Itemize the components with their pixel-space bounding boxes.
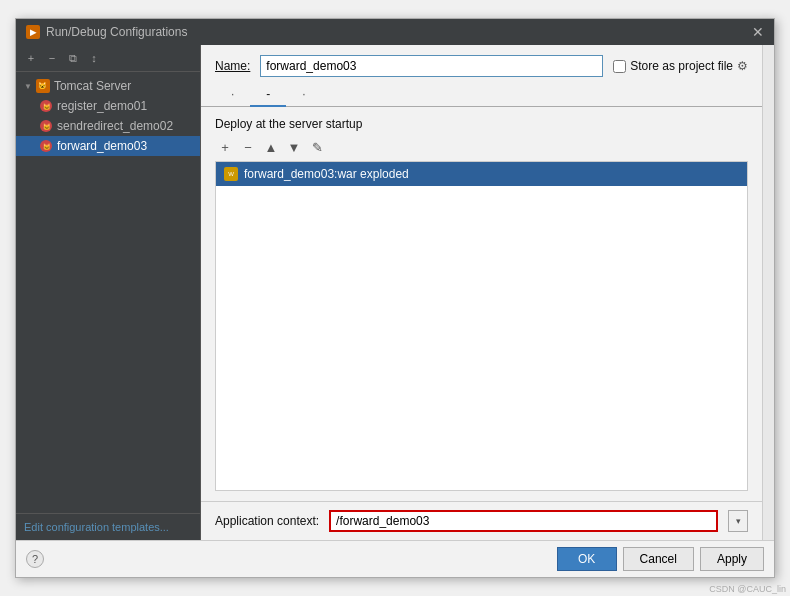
- sidebar-tree: ▼ 🐱 Tomcat Server 🐱 register_demo01 🐱 se…: [16, 72, 200, 513]
- tab-2[interactable]: ·: [286, 83, 321, 107]
- scrollbar[interactable]: [762, 45, 774, 540]
- sidebar: + − ⧉ ↕ ▼ 🐱 Tomcat Server 🐱 register_dem…: [16, 45, 201, 540]
- close-button[interactable]: ✕: [752, 25, 764, 39]
- tree-group-tomcat[interactable]: ▼ 🐱 Tomcat Server: [16, 76, 200, 96]
- tomcat-group-icon: 🐱: [36, 79, 50, 93]
- war-icon: W: [224, 167, 238, 181]
- cancel-button[interactable]: Cancel: [623, 547, 694, 571]
- sidebar-toolbar: + − ⧉ ↕: [16, 45, 200, 72]
- watermark: CSDN @CAUC_lin: [709, 584, 786, 594]
- deploy-add-button[interactable]: +: [215, 137, 235, 157]
- tab-0[interactable]: ·: [215, 83, 250, 107]
- deploy-edit-button[interactable]: ✎: [307, 137, 327, 157]
- add-config-button[interactable]: +: [22, 49, 40, 67]
- sidebar-item-label: forward_demo03: [57, 139, 147, 153]
- tabs-bar: · - ·: [201, 83, 762, 107]
- name-input[interactable]: [260, 55, 603, 77]
- app-context-input[interactable]: [329, 510, 718, 532]
- footer-right: OK Cancel Apply: [557, 547, 764, 571]
- deploy-up-button[interactable]: ▲: [261, 137, 281, 157]
- dialog-title: Run/Debug Configurations: [46, 25, 187, 39]
- sidebar-item-register-demo01[interactable]: 🐱 register_demo01: [16, 96, 200, 116]
- dialog-icon: ▶: [26, 25, 40, 39]
- title-bar: ▶ Run/Debug Configurations ✕: [16, 19, 774, 45]
- sidebar-item-label: register_demo01: [57, 99, 147, 113]
- name-label: Name:: [215, 59, 250, 73]
- deploy-list: W forward_demo03:war exploded: [215, 161, 748, 491]
- store-checkbox-area: Store as project file ⚙: [613, 59, 748, 73]
- dialog-footer: ? OK Cancel Apply: [16, 540, 774, 577]
- deploy-item-label: forward_demo03:war exploded: [244, 167, 409, 181]
- app-context-label: Application context:: [215, 514, 319, 528]
- store-as-project-checkbox[interactable]: [613, 60, 626, 73]
- settings-icon: ⚙: [737, 59, 748, 73]
- ok-button[interactable]: OK: [557, 547, 617, 571]
- main-header: Name: Store as project file ⚙: [201, 45, 762, 83]
- sidebar-footer: Edit configuration templates...: [16, 513, 200, 540]
- apply-button[interactable]: Apply: [700, 547, 764, 571]
- footer-left: ?: [26, 550, 44, 568]
- tree-group-label: Tomcat Server: [54, 79, 131, 93]
- chevron-down-icon: ▼: [24, 82, 32, 91]
- sidebar-item-sendredirect-demo02[interactable]: 🐱 sendredirect_demo02: [16, 116, 200, 136]
- tab-deployment[interactable]: -: [250, 83, 286, 107]
- deploy-item-forward-demo03[interactable]: W forward_demo03:war exploded: [216, 162, 747, 186]
- edit-templates-link[interactable]: Edit configuration templates...: [24, 521, 169, 533]
- copy-config-button[interactable]: ⧉: [64, 49, 82, 67]
- deploy-toolbar: + − ▲ ▼ ✎: [215, 137, 748, 157]
- main-content: Deploy at the server startup + − ▲ ▼ ✎ W…: [201, 107, 762, 501]
- deploy-section-label: Deploy at the server startup: [215, 117, 748, 131]
- dialog-body: + − ⧉ ↕ ▼ 🐱 Tomcat Server 🐱 register_dem…: [16, 45, 774, 540]
- sort-config-button[interactable]: ↕: [85, 49, 103, 67]
- app-context-dropdown[interactable]: ▾: [728, 510, 748, 532]
- tomcat-icon: 🐱: [40, 120, 52, 132]
- deploy-down-button[interactable]: ▼: [284, 137, 304, 157]
- remove-config-button[interactable]: −: [43, 49, 61, 67]
- main-panel: Name: Store as project file ⚙ · - · Depl…: [201, 45, 762, 540]
- tomcat-icon: 🐱: [40, 140, 52, 152]
- title-bar-left: ▶ Run/Debug Configurations: [26, 25, 187, 39]
- store-as-project-label: Store as project file: [630, 59, 733, 73]
- sidebar-item-label: sendredirect_demo02: [57, 119, 173, 133]
- sidebar-item-forward-demo03[interactable]: 🐱 forward_demo03: [16, 136, 200, 156]
- run-debug-dialog: ▶ Run/Debug Configurations ✕ + − ⧉ ↕ ▼ 🐱…: [15, 18, 775, 578]
- bottom-bar: Application context: ▾: [201, 501, 762, 540]
- help-button[interactable]: ?: [26, 550, 44, 568]
- tomcat-icon: 🐱: [40, 100, 52, 112]
- deploy-remove-button[interactable]: −: [238, 137, 258, 157]
